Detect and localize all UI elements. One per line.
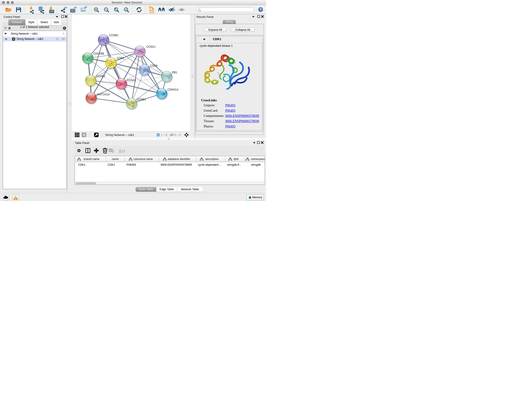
- svg-text:0 – 0: 0 – 0: [175, 133, 181, 137]
- svg-text:String Network – cdk1: String Network – cdk1: [105, 133, 134, 137]
- svg-text:1 – 0: 1 – 0: [161, 133, 167, 137]
- svg-text:CCNB1: CCNB1: [96, 75, 105, 78]
- svg-text:CCNA2: CCNA2: [127, 79, 136, 82]
- svg-text:description: description: [205, 157, 218, 161]
- svg-text:namespace: namespace: [251, 157, 265, 161]
- svg-text:CDK1: CDK1: [117, 57, 124, 60]
- svg-text:CDKN1A: CDKN1A: [167, 88, 179, 91]
- svg-text:CDC6: CDC6: [150, 64, 158, 67]
- svg-text:CCNA1: CCNA1: [146, 45, 156, 48]
- svg-text:name: name: [112, 157, 119, 161]
- svg-text:CDC25B: CDC25B: [93, 52, 104, 55]
- svg-text:RB1: RB1: [172, 71, 177, 74]
- svg-text:f(x): f(x): [119, 148, 125, 153]
- svg-text:HIST1H1A: HIST1H1A: [97, 93, 110, 96]
- svg-text:CCNE1: CCNE1: [137, 98, 146, 101]
- svg-text:canonical name: canonical name: [133, 157, 152, 161]
- svg-text:CCNB2: CCNB2: [109, 34, 119, 37]
- svg-text:database identifier: database identifier: [167, 157, 190, 161]
- svg-text:shared name: shared name: [83, 157, 99, 161]
- svg-text:@id: @id: [234, 157, 239, 161]
